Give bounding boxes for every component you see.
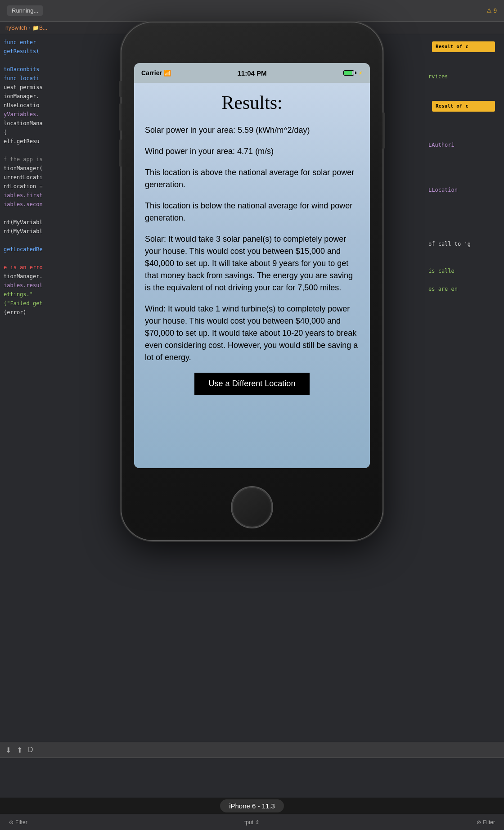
wifi-icon: 📶	[164, 70, 171, 77]
filter-right-icon: ⊘	[477, 819, 481, 825]
code-left-panel: func enter getResults( toBaconbits func …	[0, 34, 58, 320]
home-button[interactable]	[232, 487, 272, 528]
solar-comparison: This location is above the national aver…	[145, 167, 359, 191]
device-label: iPhone 6 - 11.3	[220, 799, 284, 812]
power-button[interactable]	[382, 113, 385, 149]
volume-up-button[interactable]	[119, 104, 122, 131]
battery-body	[343, 70, 354, 76]
iphone-container: Carrier 📶 11:04 PM ⚡ Results:	[122, 23, 382, 540]
result-badge-2: Result of c	[432, 101, 495, 112]
mute-button[interactable]	[119, 81, 122, 97]
filter-left-icon: ⊘	[9, 819, 14, 825]
filter-left[interactable]: ⊘ Filter	[9, 819, 27, 825]
running-badge: Running...	[7, 5, 43, 16]
upload-icon[interactable]: ⬆	[17, 746, 22, 754]
carrier-label: Carrier 📶	[141, 69, 171, 77]
iphone-screen: Carrier 📶 11:04 PM ⚡ Results:	[134, 63, 370, 468]
output-label: tput ⇕	[244, 819, 260, 825]
charging-icon: ⚡	[358, 71, 363, 75]
status-right: ⚡	[343, 70, 363, 76]
results-content: Solar power in your area: 5.59 (kWh/m^2/…	[145, 124, 359, 395]
device-label-bar: iPhone 6 - 11.3	[0, 798, 504, 814]
ide-top-bar: Running... ⚠ 9	[0, 0, 504, 22]
solar-detail: Solar: It would take 3 solar panel(s) to…	[145, 233, 359, 294]
app-screen: Results: Solar power in your area: 5.59 …	[134, 83, 370, 468]
code-right-panel: Result of c rvices Result of c LAuthori …	[423, 34, 504, 299]
chevron-icon: ⇕	[255, 819, 260, 825]
wind-comparison: This location is below the national aver…	[145, 200, 359, 224]
use-different-location-button[interactable]: Use a Different Location	[194, 373, 310, 395]
warning-badge: ⚠ 9	[486, 7, 497, 14]
stats-block: Solar power in your area: 5.59 (kWh/m^2/…	[145, 124, 359, 158]
filter-right[interactable]: ⊘ Filter	[477, 819, 495, 825]
bottom-toolbar: ⬇ ⬆ D	[0, 742, 504, 758]
status-bar: Carrier 📶 11:04 PM ⚡	[134, 63, 370, 83]
wind-stat: Wind power in your area: 4.71 (m/s)	[145, 145, 359, 158]
status-time: 11:04 PM	[237, 69, 266, 77]
battery-fill	[344, 71, 352, 75]
results-title: Results:	[145, 92, 359, 113]
wind-detail: Wind: It would take 1 wind turbine(s) to…	[145, 303, 359, 364]
document-icon[interactable]: D	[28, 746, 33, 754]
folder-icon: 📁	[32, 25, 39, 31]
filter-bar: ⊘ Filter tput ⇕ ⊘ Filter	[0, 814, 504, 830]
download-icon[interactable]: ⬇	[5, 746, 11, 754]
iphone-body: Carrier 📶 11:04 PM ⚡ Results:	[122, 23, 382, 540]
result-badge-1: Result of c	[432, 41, 495, 52]
battery-icon	[343, 70, 356, 76]
volume-down-button[interactable]	[119, 140, 122, 167]
solar-stat: Solar power in your area: 5.59 (kWh/m^2/…	[145, 124, 359, 136]
battery-tip	[355, 72, 356, 74]
warning-icon: ⚠	[486, 7, 492, 14]
